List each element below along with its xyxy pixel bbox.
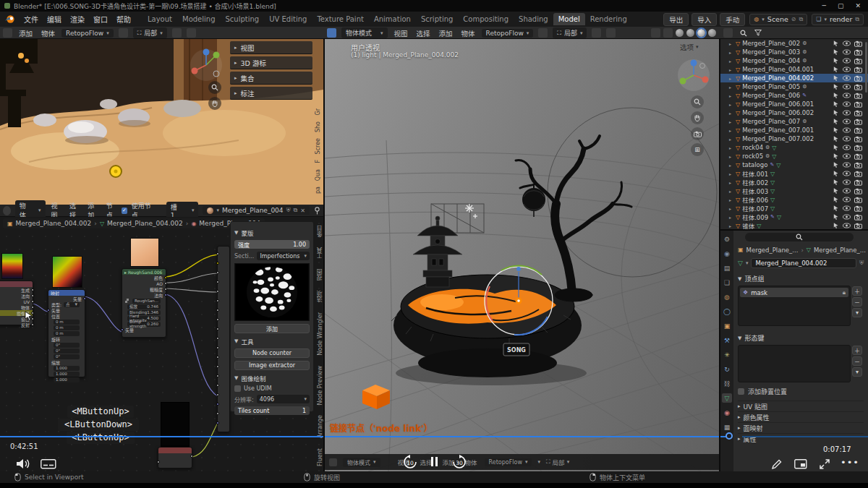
section-2[interactable]: ▸面映射	[738, 422, 864, 433]
outliner-item-柱体.006[interactable]: ▸▽柱体.006▽	[720, 195, 868, 204]
pause-button[interactable]	[431, 457, 438, 466]
editor-divider[interactable]	[719, 39, 720, 471]
shading-material-icon[interactable]	[697, 29, 705, 37]
mode-icon[interactable]	[329, 458, 337, 466]
disable-render-icon[interactable]	[854, 171, 862, 177]
resolution-dropdown[interactable]: 4096▾	[257, 395, 310, 403]
nav-gizmo-icon[interactable]	[184, 45, 225, 85]
disable-render-icon[interactable]	[854, 93, 862, 99]
menu-1[interactable]: 编辑	[43, 14, 66, 25]
disable-render-icon[interactable]	[854, 223, 862, 229]
workspace-tab-scripting[interactable]: Scripting	[416, 13, 458, 25]
disable-render-icon[interactable]	[854, 110, 862, 116]
tiles-count-field[interactable]: Tiles count1	[234, 406, 310, 415]
viewport-menu-1[interactable]: 选择	[415, 28, 432, 38]
restrict-select-icon[interactable]	[833, 118, 839, 125]
menu-2[interactable]: 渲染	[66, 14, 89, 25]
properties-tab-object[interactable]: ▣	[722, 321, 732, 330]
scene-selector[interactable]: ◍▾ Scene ⊘ ⧉	[749, 14, 807, 25]
workspace-tab-animation[interactable]: Animation	[369, 13, 416, 25]
unlink-material-icon[interactable]: ✕	[300, 207, 305, 214]
fake-user-icon[interactable]: ⛨	[286, 207, 291, 214]
disable-render-icon[interactable]	[854, 214, 862, 221]
forward-30-button[interactable]: 30	[451, 455, 467, 469]
hide-viewport-icon[interactable]	[843, 101, 851, 107]
roughsand-field-0[interactable]: 缩放0.746	[122, 304, 166, 309]
restrict-select-icon[interactable]	[833, 135, 839, 142]
outliner-item-Merged_Plane_007.001[interactable]: ▸▽Merged_Plane_007.001	[720, 126, 868, 134]
vertex-group-specials-button[interactable]: ▾	[852, 308, 862, 317]
mapping-value-1-1[interactable]: 0°	[48, 348, 85, 354]
add-shape-key-button[interactable]: ＋	[852, 346, 862, 355]
properties-tab-tool[interactable]: ⚙	[722, 234, 732, 244]
mapping-value-2-1[interactable]: 1.000	[48, 371, 85, 377]
pan-hand-icon[interactable]	[691, 111, 704, 124]
menu-0[interactable]: 文件	[20, 14, 43, 25]
restrict-select-icon[interactable]	[833, 48, 839, 56]
hide-viewport-icon[interactable]	[843, 67, 851, 72]
mapping-value-1-0[interactable]: 0°	[48, 342, 85, 348]
npanel-section-0[interactable]: ▸视图	[230, 41, 312, 54]
workspace-tab-sculpting[interactable]: Sculpting	[221, 13, 265, 25]
restrict-select-icon[interactable]	[833, 179, 839, 186]
orientation-dropdown-left[interactable]: ⛶局部▾	[133, 27, 167, 38]
disable-render-icon[interactable]	[854, 127, 862, 134]
disable-render-icon[interactable]	[854, 162, 862, 168]
header-action-0[interactable]: 导出	[663, 13, 689, 26]
workspace-tab-model[interactable]: Model	[553, 13, 585, 25]
render-side-tab-2[interactable]: Scree	[315, 138, 321, 154]
material-selector[interactable]: ▾Merged_Plane_004 ⛨ ⧉ ✕	[203, 206, 310, 215]
section-0[interactable]: ▸UV 贴图	[738, 401, 864, 411]
fullscreen-icon[interactable]	[819, 458, 830, 470]
node-counter-button[interactable]: Node counter	[234, 348, 310, 358]
viewport-menu-3[interactable]: 物体	[460, 28, 477, 38]
outliner-item-Merged_Plane_007[interactable]: ▸▽Merged_Plane_007⚙	[720, 117, 868, 126]
roughsand-group-node[interactable]: ▸ RoughSand.006 颜色AO粗糙度法向 RoughSan... 缩放…	[122, 268, 166, 338]
snap-icon[interactable]	[592, 28, 601, 38]
xray-icon[interactable]	[663, 28, 673, 38]
render-side-tab-1[interactable]: Sho	[315, 121, 321, 132]
restrict-select-icon[interactable]	[833, 205, 839, 212]
restrict-select-icon[interactable]	[833, 187, 839, 194]
maximize-button[interactable]: ▢	[838, 2, 844, 9]
mode-dropdown[interactable]: 物体模式▾	[343, 458, 380, 467]
volume-icon[interactable]	[16, 458, 32, 470]
retopoflow-menu-left[interactable]: RetopoFlow▾	[61, 29, 114, 38]
hide-viewport-icon[interactable]	[843, 136, 851, 142]
hide-viewport-icon[interactable]	[843, 127, 851, 133]
hide-viewport-icon[interactable]	[843, 214, 851, 220]
datablock-name-field[interactable]: Merged_Plane_004.002	[751, 258, 856, 268]
hide-viewport-icon[interactable]	[843, 205, 851, 211]
outliner-item-Merged_Plane_006.002[interactable]: ▸▽Merged_Plane_006.002	[720, 108, 868, 117]
texture-sphere-preview[interactable]	[234, 263, 310, 321]
render-side-tab-0[interactable]: Gr	[315, 108, 321, 116]
mapping-node[interactable]: 映射 矢量 类型:点▾ 矢量 位置0 m0 m0 m旋转0°0°0°缩放1.00…	[48, 289, 85, 377]
udim-checkbox[interactable]	[234, 385, 241, 392]
restrict-select-icon[interactable]	[833, 57, 839, 64]
outliner-item-rock05[interactable]: ▸▽rock05⚙▽	[720, 152, 868, 160]
hide-viewport-icon[interactable]	[843, 162, 851, 168]
use-nodes-checkbox[interactable]: ✓	[122, 207, 127, 214]
copy-icon[interactable]: ⧉	[799, 16, 804, 23]
properties-tab-modifiers[interactable]: ⚒	[722, 335, 732, 345]
outliner-item-柱体.009[interactable]: ▸▽柱体.009✎▽	[720, 213, 868, 221]
left-menu-0[interactable]: 添加	[17, 28, 34, 38]
hide-viewport-icon[interactable]	[843, 153, 851, 159]
mapping-value-2-2[interactable]: 1.000	[48, 377, 85, 382]
hide-viewport-icon[interactable]	[843, 197, 851, 202]
zoom-icon[interactable]	[208, 81, 221, 94]
outliner-display-icon[interactable]	[723, 28, 733, 38]
workspace-tab-modeling[interactable]: Modeling	[177, 13, 221, 25]
disable-render-icon[interactable]	[854, 84, 862, 90]
hide-viewport-icon[interactable]	[843, 40, 851, 46]
hide-viewport-icon[interactable]	[843, 171, 851, 176]
copy-material-icon[interactable]: ⧉	[294, 207, 298, 214]
toggle-ortho-icon[interactable]: ⊞	[691, 143, 704, 156]
editor-type-icon[interactable]	[3, 28, 12, 38]
restrict-select-icon[interactable]	[833, 161, 839, 168]
retopoflow-menu[interactable]: RetopoFlow▾	[482, 29, 534, 38]
blender-logo-icon[interactable]	[4, 14, 15, 25]
disable-render-icon[interactable]	[854, 145, 862, 151]
search-icon[interactable]	[740, 30, 747, 37]
disable-render-icon[interactable]	[854, 75, 862, 82]
